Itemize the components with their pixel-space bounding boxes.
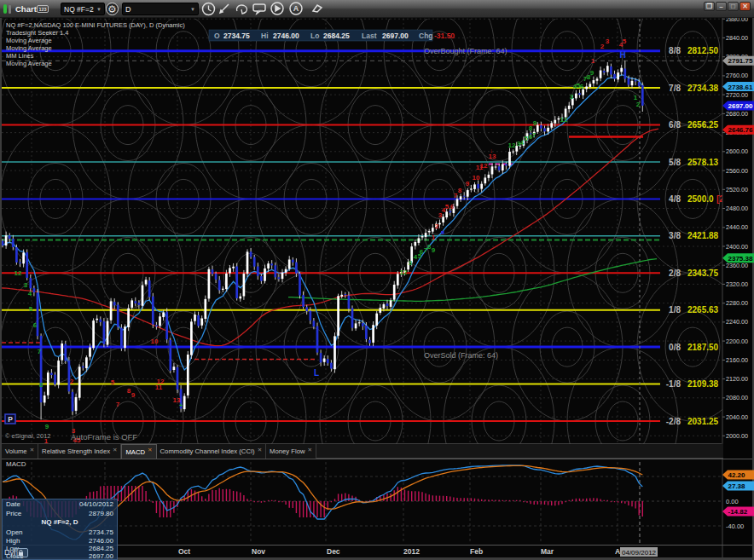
svg-text:P: P (8, 415, 13, 424)
svg-text:Lo: Lo (310, 32, 319, 40)
svg-text:5: 5 (111, 378, 115, 386)
svg-text:2578.13: 2578.13 (687, 158, 719, 167)
svg-text:4: 4 (28, 290, 32, 297)
svg-text:2680.00: 2680.00 (726, 110, 748, 118)
svg-text:2697.00: 2697.00 (382, 32, 409, 40)
svg-text:Moving Average: Moving Average (6, 37, 52, 44)
svg-text:2500.0: 2500.0 (687, 194, 714, 204)
svg-text:-14.82: -14.82 (728, 508, 748, 516)
svg-text:12: 12 (157, 378, 165, 385)
svg-text:5/8: 5/8 (669, 158, 681, 167)
svg-text:3: 3 (409, 259, 413, 267)
svg-text:Dec: Dec (327, 547, 340, 556)
svg-text:6/8: 6/8 (669, 120, 681, 130)
svg-text:5: 5 (623, 38, 627, 45)
svg-text:1/8: 1/8 (669, 305, 681, 315)
svg-text:2109.38: 2109.38 (687, 379, 719, 389)
svg-text:Tradesight Seeker 1.4: Tradesight Seeker 1.4 (6, 29, 69, 37)
svg-text:2697.00: 2697.00 (728, 102, 753, 110)
svg-text:2791.75: 2791.75 (728, 57, 753, 65)
svg-text:2760.00: 2760.00 (726, 72, 748, 79)
svg-text:2187.50: 2187.50 (687, 343, 719, 352)
svg-text:-1/8: -1/8 (666, 379, 682, 389)
svg-text:A: A (615, 547, 620, 556)
svg-text:Feb: Feb (470, 547, 483, 556)
svg-text:Hi: Hi (261, 32, 269, 40)
svg-text:1: 1 (591, 57, 595, 65)
svg-text:2560.00: 2560.00 (726, 167, 748, 175)
svg-text:2343.75: 2343.75 (687, 268, 719, 278)
svg-text:7: 7 (532, 131, 536, 139)
svg-text:8: 8 (458, 187, 462, 194)
svg-text:2400.00: 2400.00 (726, 243, 748, 251)
svg-text:2/8: 2/8 (669, 268, 681, 278)
svg-text:2656.25: 2656.25 (687, 120, 719, 130)
svg-text:2746.00: 2746.00 (273, 32, 299, 40)
svg-text:NQ #F=2,NASDAQ 100 E-MINI FUTU: NQ #F=2,NASDAQ 100 E-MINI FUTURES (DAY),… (6, 21, 185, 29)
svg-text:42.20: 42.20 (728, 471, 746, 479)
svg-text:6: 6 (33, 321, 38, 329)
svg-text:2600.00: 2600.00 (726, 147, 748, 155)
svg-text:2684.25: 2684.25 (323, 32, 350, 40)
svg-text:-31.50: -31.50 (434, 32, 455, 40)
svg-text:12: 12 (14, 269, 22, 277)
svg-text:2646.76: 2646.76 (728, 126, 753, 134)
svg-text:2320.00: 2320.00 (726, 280, 748, 288)
svg-text:3: 3 (570, 93, 574, 101)
svg-text:3/8: 3/8 (669, 231, 681, 240)
svg-text:+: + (179, 402, 183, 408)
svg-text:9: 9 (45, 423, 49, 430)
svg-text:9: 9 (533, 119, 537, 127)
svg-text:2812.50: 2812.50 (687, 46, 719, 55)
svg-text:2160.00: 2160.00 (726, 356, 748, 364)
svg-text:12: 12 (400, 268, 408, 276)
svg-text:-40.00: -40.00 (726, 522, 744, 530)
svg-text:2421.88: 2421.88 (687, 231, 719, 240)
svg-text:2734.75: 2734.75 (223, 32, 250, 40)
svg-text:Moving Average: Moving Average (6, 60, 52, 67)
svg-text:9: 9 (590, 69, 594, 77)
svg-text:6: 6 (580, 83, 584, 90)
svg-text:27.38: 27.38 (728, 482, 746, 490)
svg-text:© eSignal, 2012: © eSignal, 2012 (5, 432, 50, 440)
svg-text:12: 12 (560, 116, 568, 124)
svg-text:7: 7 (38, 348, 42, 355)
svg-text:2738.61: 2738.61 (728, 84, 753, 91)
svg-text:04/09/2012: 04/09/2012 (622, 549, 657, 557)
svg-text:A: A (293, 4, 299, 13)
svg-text:5: 5 (29, 305, 33, 313)
svg-text:2120.00: 2120.00 (726, 375, 748, 383)
svg-text:MACD: MACD (6, 460, 26, 468)
svg-text:0/8: 0/8 (669, 343, 681, 352)
svg-text:2375.38: 2375.38 (728, 255, 753, 263)
svg-text:5: 5 (445, 203, 450, 211)
svg-text:Mar: Mar (541, 547, 554, 556)
svg-text:2031.25: 2031.25 (687, 417, 719, 426)
svg-text:2040.00: 2040.00 (726, 413, 748, 421)
svg-text:2840.00: 2840.00 (726, 34, 748, 42)
svg-text:↓: ↓ (490, 147, 493, 153)
svg-text:L: L (314, 368, 319, 378)
svg-text:10: 10 (473, 174, 480, 182)
svg-text:OverBought (Frame: 64): OverBought (Frame: 64) (424, 47, 508, 55)
svg-text:OverSold (Frame: 64): OverSold (Frame: 64) (424, 351, 498, 360)
svg-text:2440.00: 2440.00 (726, 223, 748, 231)
svg-text:2734.38: 2734.38 (687, 84, 719, 93)
svg-text:1: 1 (432, 234, 436, 241)
svg-text:3: 3 (606, 38, 610, 45)
svg-text:8: 8 (39, 381, 44, 389)
svg-text:13: 13 (489, 153, 496, 160)
svg-text:2: 2 (70, 378, 74, 385)
svg-text:2080.00: 2080.00 (726, 394, 748, 401)
svg-text:9: 9 (432, 246, 436, 254)
svg-text:Oct: Oct (178, 547, 190, 556)
svg-text:8/8: 8/8 (669, 46, 681, 55)
svg-text:O: O (214, 32, 220, 40)
svg-text:2: 2 (435, 222, 439, 230)
svg-text:10: 10 (151, 338, 159, 345)
svg-text:9: 9 (466, 180, 470, 188)
svg-text:4/8: 4/8 (669, 194, 681, 204)
svg-text:2200.00: 2200.00 (726, 338, 748, 345)
svg-text:3: 3 (24, 281, 28, 289)
svg-text:MM Lines: MM Lines (6, 52, 34, 60)
